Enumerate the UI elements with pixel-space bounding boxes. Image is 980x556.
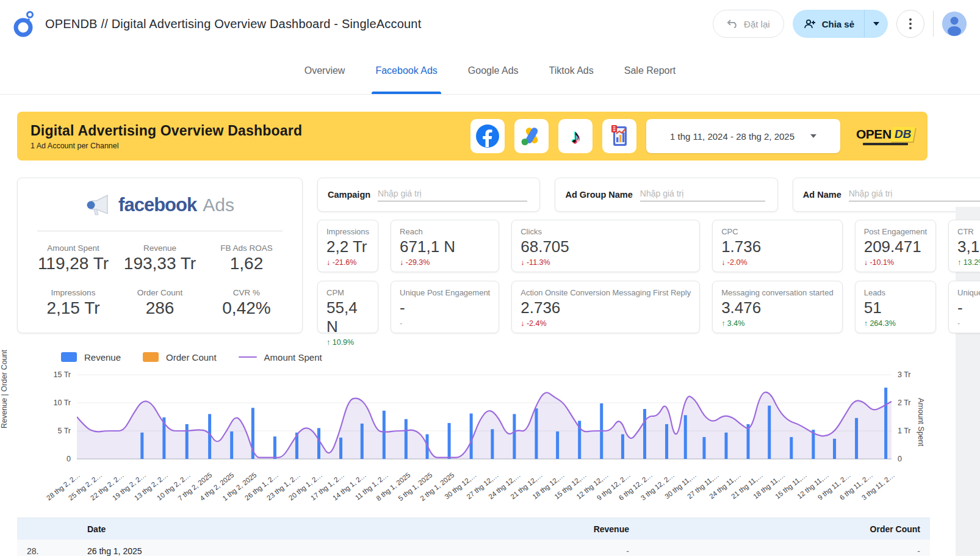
kpi-card-leads: Leads51↑ 264.3% <box>855 281 936 333</box>
kpi-label: CPM <box>326 288 369 297</box>
banner-title: Digital Advertising Overview Dashboard <box>31 123 302 139</box>
kpi-card-messaging-conversation-started: Messaging conversation started3.476↑ 3.4… <box>712 281 843 333</box>
app-header: OPENDB // Digital Advertising Overview D… <box>0 0 980 48</box>
kpi-value: 3.476 <box>721 298 834 317</box>
kpi-value: 2.736 <box>521 298 691 317</box>
facebook-ads-logo: facebook Ads <box>30 194 290 216</box>
kpi-card-post-engagement: Post Engagement209.471↓ -10.1% <box>855 220 936 272</box>
cell-revenue: - <box>513 546 629 556</box>
filter-ad-name: Ad NameNhập giá trị <box>793 178 980 212</box>
kpi-label: CTR <box>957 227 980 236</box>
kpi-delta: - <box>400 319 490 328</box>
user-avatar[interactable] <box>942 12 967 36</box>
kpi-label: Unique Leads <box>957 288 980 297</box>
summary-metric-fb-ads-roas: FB Ads ROAS1,62 <box>203 244 290 273</box>
table-header-row: Date Revenue Order Count <box>17 518 930 540</box>
kpi-label: Action Onsite Conversion Messaging First… <box>521 288 691 297</box>
kpi-delta: ↓ -11.3% <box>521 258 691 267</box>
metric-label: Amount Spent <box>30 244 117 253</box>
tab-overview[interactable]: Overview <box>304 48 345 94</box>
summary-metric-order-count: Order Count286 <box>117 288 203 318</box>
legend-swatch-revenue <box>61 352 77 362</box>
chevron-down-icon <box>810 134 816 138</box>
filter-input-campaign[interactable]: Nhập giá trị <box>378 189 527 201</box>
filter-input-ad-name[interactable]: Nhập giá trị <box>849 189 980 201</box>
share-button[interactable]: Chia sẻ <box>793 10 888 38</box>
undo-icon <box>727 20 738 28</box>
filter-campaign: CampaignNhập giá trị <box>317 178 540 212</box>
metric-label: Revenue <box>117 244 203 253</box>
tab-bar: OverviewFacebook AdsGoogle AdsTiktok Ads… <box>0 48 980 95</box>
right-axis-tick: 3 Tr <box>898 370 926 379</box>
banner-subtitle: 1 Ad Account per Channel <box>31 142 302 150</box>
summary-metric-cvr: CVR %0,42% <box>203 288 290 318</box>
timeseries-chart: RevenueOrder CountAmount Spent Revenue |… <box>17 349 945 509</box>
kpi-delta: - <box>957 319 980 328</box>
col-header-order-count: Order Count <box>629 524 930 534</box>
filter-ad-group-name: Ad Group NameNhập giá trị <box>555 178 777 212</box>
left-axis-tick: 5 Tr <box>43 427 71 435</box>
metric-value: 119,28 Tr <box>30 254 117 273</box>
tab-facebook-ads[interactable]: Facebook Ads <box>375 48 437 94</box>
tab-sale-report[interactable]: Sale Report <box>624 48 676 94</box>
kpi-card-unique-leads: Unique Leads-- <box>948 281 980 333</box>
google-ads-icon <box>514 119 549 153</box>
kpi-value: 671,1 N <box>400 237 490 256</box>
reset-button[interactable]: Đặt lại <box>713 10 784 38</box>
legend-label: Amount Spent <box>264 352 322 363</box>
person-icon <box>942 12 967 36</box>
kpi-card-unique-post-engagement: Unique Post Engagement-- <box>391 281 499 333</box>
kpi-value: - <box>400 298 490 317</box>
summary-metric-revenue: Revenue193,33 Tr <box>117 244 203 273</box>
looker-studio-logo <box>13 10 37 38</box>
kpi-delta: ↑ 264.3% <box>864 319 927 328</box>
metric-label: FB Ads ROAS <box>203 244 290 253</box>
legend-swatch-order-count <box>143 352 159 362</box>
filter-label: Campaign <box>328 190 370 200</box>
kpi-card-cpm: CPM55,4 N↑ 10.9% <box>317 281 378 333</box>
kpi-label: Post Engagement <box>864 227 927 236</box>
right-axis-tick: 1 Tr <box>898 427 926 435</box>
summary-metric-impressions: Impressions2,15 Tr <box>30 288 117 318</box>
kpi-value: 1.736 <box>721 237 834 256</box>
ads-wordmark: Ads <box>203 195 234 215</box>
metric-label: Order Count <box>117 288 203 297</box>
metric-value: 286 <box>117 298 203 318</box>
kpi-delta: ↓ -29.3% <box>400 258 490 267</box>
kpi-card-ctr: CTR3,19%↑ 13.2% <box>948 220 980 272</box>
cell-date: 26 thg 1, 2025 <box>87 546 513 556</box>
legend-item-amount-spent: Amount Spent <box>239 352 322 363</box>
tab-tiktok-ads[interactable]: Tiktok Ads <box>549 48 594 94</box>
kpi-delta: ↓ -21.6% <box>326 258 369 267</box>
kpi-label: Unique Post Engagement <box>400 288 490 297</box>
kpi-card-cpc: CPC1.736↓ -2.0% <box>712 220 843 272</box>
right-axis-tick: 2 Tr <box>898 399 926 407</box>
tiktok-icon: ♪ <box>558 119 593 153</box>
kpi-value: 51 <box>864 298 927 317</box>
col-header-revenue: Revenue <box>513 524 629 534</box>
filter-input-ad-group-name[interactable]: Nhập giá trị <box>640 189 765 201</box>
kpi-label: CPC <box>721 227 834 236</box>
filter-label: Ad Name <box>803 190 841 200</box>
kpi-value: 68.705 <box>521 237 691 256</box>
chart-plot-area <box>77 370 892 463</box>
report-icon <box>602 119 636 153</box>
facebook-wordmark: facebook <box>118 194 196 216</box>
opendb-logo-db: DB <box>890 127 915 142</box>
more-options-button[interactable] <box>896 10 924 38</box>
metric-label: CVR % <box>203 288 290 297</box>
summary-metric-amount-spent: Amount Spent119,28 Tr <box>30 244 117 273</box>
left-axis-title: Revenue | Order Count <box>0 350 9 428</box>
date-range-value: 1 thg 11, 2024 - 28 thg 2, 2025 <box>670 131 794 142</box>
kpi-label: Reach <box>400 227 490 236</box>
tab-google-ads[interactable]: Google Ads <box>468 48 519 94</box>
legend-label: Order Count <box>166 352 217 363</box>
row-index: 28. <box>17 546 87 556</box>
x-axis-labels: 28 thg 2, 2…25 thg 2, 2…22 thg 2, 2…19 t… <box>77 466 892 508</box>
share-dropdown-caret[interactable] <box>864 10 888 38</box>
legend-item-order-count: Order Count <box>143 352 217 363</box>
date-range-control[interactable]: 1 thg 11, 2024 - 28 thg 2, 2025 <box>646 119 840 153</box>
chart-legend: RevenueOrder CountAmount Spent <box>61 349 945 365</box>
kpi-value: 3,19% <box>957 237 980 256</box>
opendb-logo-tagline <box>863 143 908 145</box>
